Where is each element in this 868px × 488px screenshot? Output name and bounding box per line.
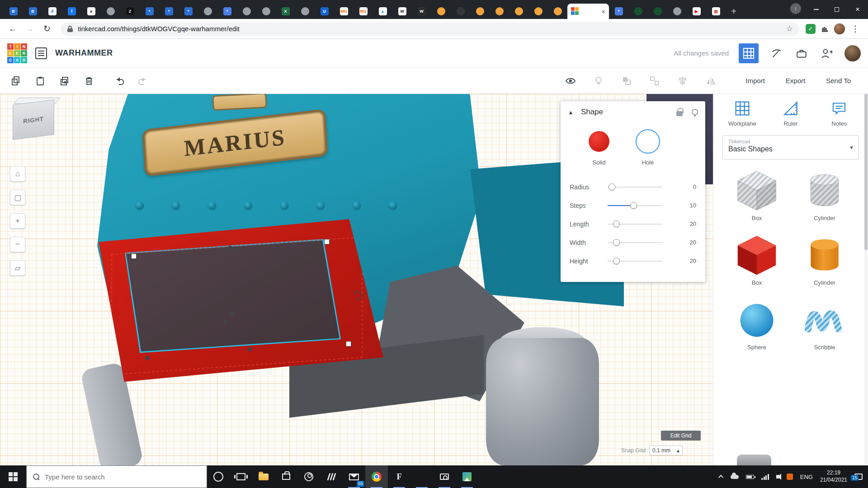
duplicate-button[interactable] — [57, 73, 72, 89]
pinned-tab[interactable]: Z — [120, 4, 140, 19]
active-tab[interactable]: × — [567, 4, 609, 19]
pinned-tab[interactable] — [431, 4, 451, 19]
bulb-icon[interactable] — [692, 109, 698, 115]
home-button[interactable]: ⌂ — [10, 166, 25, 182]
infinity-app-button[interactable] — [410, 465, 433, 488]
shape-scribble[interactable]: Scribble — [793, 298, 856, 351]
pinned-tab[interactable]: ▲ — [373, 4, 392, 19]
sidebar-scrollbar[interactable] — [864, 94, 868, 465]
slider-knob[interactable] — [609, 183, 615, 190]
selection-handle[interactable] — [228, 246, 232, 249]
start-button[interactable] — [0, 465, 26, 488]
shape-category-dropdown[interactable]: Tinkercad Basic Shapes ▾ — [722, 135, 859, 160]
file-explorer-button[interactable] — [252, 465, 275, 488]
lighting-bulb-button[interactable] — [591, 73, 606, 89]
pinned-tab[interactable] — [237, 4, 256, 19]
ungroup-button[interactable] — [647, 73, 662, 89]
pinned-tab[interactable] — [256, 4, 276, 19]
undo-button[interactable] — [112, 73, 127, 89]
snap-grid-select[interactable]: 0.1 mm ▴ — [649, 446, 683, 455]
slider-track[interactable] — [608, 205, 662, 206]
align-button[interactable] — [675, 73, 690, 89]
shape-sphere[interactable]: Sphere — [725, 298, 788, 351]
copy-button[interactable] — [8, 73, 24, 89]
pinned-tab[interactable]: d — [42, 4, 62, 19]
tab-close-icon[interactable]: × — [601, 8, 605, 15]
pinned-tab[interactable] — [548, 4, 567, 19]
shape-hole-cylinder[interactable]: Cylinder — [793, 169, 856, 221]
export-button[interactable]: Export — [786, 77, 805, 84]
send-to-button[interactable]: Send To — [826, 77, 851, 84]
selection-handle[interactable] — [146, 356, 149, 360]
zoom-in-button[interactable]: + — [10, 213, 25, 229]
pinned-tab[interactable]: f — [62, 4, 81, 19]
forward-button[interactable]: → — [23, 22, 37, 36]
selection-handle[interactable] — [248, 347, 251, 351]
paste-button[interactable] — [33, 73, 48, 89]
edit-grid-button[interactable]: Edit Grid — [661, 431, 701, 441]
shape-solid-box[interactable]: Box — [725, 233, 788, 286]
extension-check-icon[interactable]: ✓ — [806, 24, 816, 34]
camera-app-button[interactable] — [433, 465, 456, 488]
add-person-icon[interactable] — [819, 46, 835, 61]
pinned-tab[interactable]: B — [4, 4, 23, 19]
delete-button[interactable] — [81, 73, 97, 89]
view-cube-face[interactable]: RIGHT — [13, 99, 54, 140]
extensions-puzzle-icon[interactable] — [818, 23, 831, 35]
pinned-tab[interactable] — [295, 4, 315, 19]
gaming-app-button[interactable] — [320, 465, 343, 488]
fit-view-button[interactable]: ▢ — [10, 190, 25, 205]
hole-option[interactable]: Hole — [636, 129, 660, 166]
pinned-tab[interactable]: MG — [334, 4, 354, 19]
shape-solid-cylinder[interactable]: Cylinder — [793, 233, 856, 286]
model-banner[interactable] — [212, 94, 267, 111]
mirror-button[interactable] — [703, 73, 718, 89]
network-signal-icon[interactable] — [761, 474, 769, 480]
slider-knob[interactable] — [630, 202, 637, 209]
back-button[interactable]: ← — [5, 22, 20, 36]
slider-track[interactable] — [608, 242, 662, 243]
pinned-tab[interactable] — [451, 4, 470, 19]
volume-icon[interactable] — [776, 475, 779, 479]
microsoft-store-button[interactable] — [275, 465, 297, 488]
solid-option[interactable]: Solid — [587, 129, 611, 166]
f-app-button[interactable]: F — [388, 465, 410, 488]
design-menu-icon[interactable] — [35, 47, 47, 59]
slider-knob[interactable] — [613, 239, 620, 246]
close-window-button[interactable]: × — [847, 0, 868, 19]
selected-red-box[interactable] — [99, 219, 383, 382]
address-bar[interactable]: tinkercad.com/things/dtkWOGVCgqe-warhamm… — [61, 22, 799, 36]
model-leg[interactable] — [486, 338, 599, 465]
viewport-canvas[interactable]: MARIUS RIGHT — [0, 94, 713, 465]
slider-track[interactable] — [608, 224, 662, 225]
selection-handle[interactable] — [230, 311, 234, 315]
pinned-tab[interactable]: * — [140, 4, 159, 19]
selection-handle[interactable] — [131, 253, 137, 259]
mail-button[interactable]: 65 — [343, 465, 365, 488]
shape-hole-box[interactable]: Box — [725, 169, 788, 221]
selection-handle[interactable] — [223, 319, 227, 323]
pinned-tab[interactable]: X — [276, 4, 295, 19]
browser-menu-icon[interactable]: ⋮ — [848, 22, 863, 36]
pinned-tab[interactable]: a — [81, 4, 101, 19]
refresh-button[interactable]: ↻ — [40, 22, 54, 36]
pinned-tab[interactable] — [628, 4, 648, 19]
pinned-tab[interactable] — [509, 4, 528, 19]
pinned-tab[interactable] — [470, 4, 490, 19]
tinkercad-logo[interactable]: TINKERCAD — [7, 43, 27, 63]
pinned-tab[interactable]: W — [412, 4, 431, 19]
maximize-button[interactable] — [826, 0, 847, 19]
minimize-button[interactable] — [806, 0, 826, 19]
chrome-button[interactable] — [365, 465, 388, 488]
onedrive-cloud-icon[interactable] — [731, 475, 739, 479]
workplane-tool[interactable]: Workplane — [722, 100, 763, 127]
slider-knob[interactable] — [613, 221, 620, 227]
browser-profile-avatar[interactable] — [834, 23, 845, 35]
show-hide-eye-button[interactable] — [563, 73, 578, 89]
language-indicator[interactable]: ENG — [800, 474, 813, 480]
pinned-tab[interactable] — [198, 4, 217, 19]
selection-handle[interactable] — [324, 239, 330, 244]
pinned-tab[interactable] — [490, 4, 509, 19]
redo-button[interactable] — [135, 73, 150, 89]
pinned-tab[interactable]: ▤ — [706, 4, 726, 19]
